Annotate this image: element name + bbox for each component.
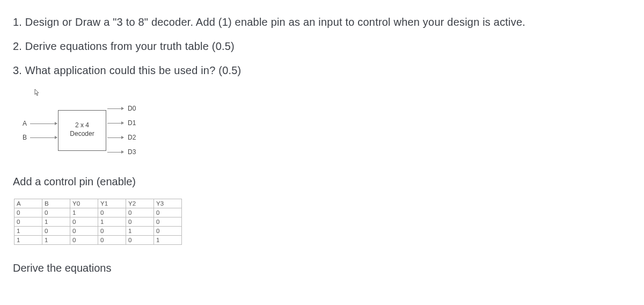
- input-label-b: B: [23, 134, 27, 141]
- truth-table: A B Y0 Y1 Y2 Y3 0 0 1 0 0 0 0 1 0 1 0 0 …: [14, 199, 182, 245]
- derive-equations-heading: Derive the equations: [13, 262, 631, 274]
- decoder-box-line1: 2 x 4: [58, 121, 106, 130]
- th-b: B: [42, 199, 70, 208]
- th-y2: Y2: [126, 199, 154, 208]
- output-label-d1: D1: [128, 119, 136, 127]
- subheading-enable: Add a control pin (enable): [13, 176, 631, 188]
- th-y3: Y3: [154, 199, 182, 208]
- decoder-box-line2: Decoder: [58, 130, 106, 139]
- output-label-d3: D3: [128, 148, 136, 156]
- table-row: 0 1 0 1 0 0: [14, 217, 182, 227]
- arrow-output-d0: [107, 108, 123, 109]
- cursor-arrow-icon: [34, 89, 631, 97]
- decoder-box: 2 x 4 Decoder: [58, 110, 106, 151]
- arrow-output-d1: [107, 123, 123, 124]
- th-a: A: [14, 199, 42, 208]
- arrow-output-d3: [107, 152, 123, 152]
- question-1: 1. Design or Draw a "3 to 8" decoder. Ad…: [13, 16, 631, 28]
- output-label-d0: D0: [128, 105, 136, 112]
- table-row: 1 1 0 0 0 1: [14, 236, 182, 245]
- th-y0: Y0: [70, 199, 98, 208]
- question-2: 2. Derive equations from your truth tabl…: [13, 40, 631, 53]
- output-label-d2: D2: [128, 134, 136, 141]
- th-y1: Y1: [98, 199, 126, 208]
- input-label-a: A: [23, 120, 27, 127]
- truth-table-header-row: A B Y0 Y1 Y2 Y3: [14, 199, 182, 208]
- arrow-output-d2: [107, 137, 123, 138]
- question-3: 3. What application could this be used i…: [13, 64, 631, 77]
- arrow-input-a: [30, 124, 57, 124]
- table-row: 1 0 0 0 1 0: [14, 227, 182, 236]
- decoder-diagram: A B 2 x 4 Decoder D0 D1 D2 D3: [13, 100, 631, 170]
- table-row: 0 0 1 0 0 0: [14, 208, 182, 217]
- arrow-input-b: [30, 137, 57, 138]
